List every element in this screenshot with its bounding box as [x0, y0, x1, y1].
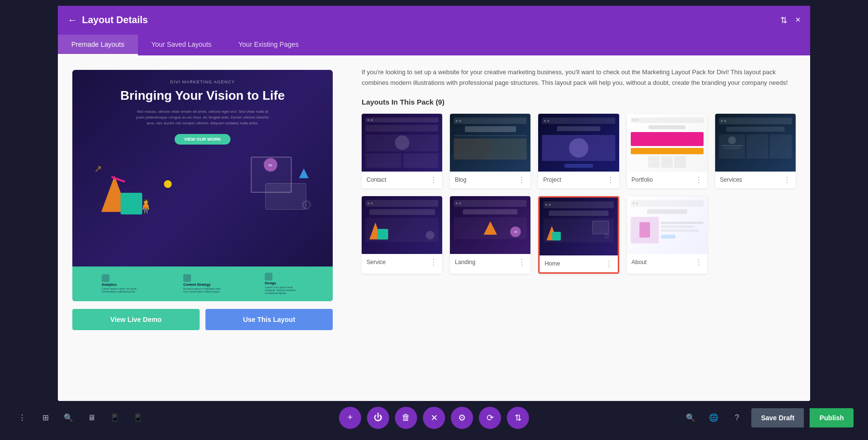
- preview-illustration: ⚙ ↗ ∞ 🧍: [82, 154, 323, 251]
- help-icon[interactable]: ?: [728, 409, 746, 427]
- settings-button[interactable]: ⚙: [451, 407, 473, 429]
- layout-footer-blog: Blog ⋮: [450, 172, 530, 188]
- toolbar-tablet-icon[interactable]: 📱: [107, 410, 122, 426]
- toolbar-search-icon[interactable]: 🔍: [61, 410, 76, 426]
- modal-body: DIVI MARKETING AGENCY Bringing Your Visi…: [58, 55, 810, 401]
- bottom-toolbar: ⋮ ⊞ 🔍 🖥 📱 📱 + ⏻ 🗑 ✕ ⚙ ⟳ ⇅ 🔍 🌐 ? Save Dra…: [0, 401, 868, 435]
- modal-title: Layout Details: [82, 14, 148, 26]
- compare-button[interactable]: ⇅: [507, 407, 529, 429]
- layout-thumb-portfolio: [627, 114, 707, 172]
- preview-image: DIVI MARKETING AGENCY Bringing Your Visi…: [72, 70, 333, 301]
- layout-name-project: Project: [543, 176, 561, 183]
- content-icon: [183, 274, 191, 282]
- content-title: Content Strategy: [183, 283, 210, 286]
- layout-menu-portfolio[interactable]: ⋮: [695, 175, 703, 185]
- preview-badge: DIVI MARKETING AGENCY: [170, 80, 235, 84]
- design-title: Design: [265, 281, 276, 285]
- layout-footer-portfolio: Portfolio ⋮: [627, 172, 707, 188]
- layout-card-home[interactable]: ⚙ Home ⋮: [538, 196, 619, 274]
- layout-name-services: Services: [720, 176, 742, 183]
- layout-footer-services: Services ⋮: [715, 172, 796, 188]
- pack-title: Layouts In This Pack (9): [362, 98, 796, 106]
- layout-footer-landing: Landing ⋮: [450, 254, 530, 271]
- layout-menu-contact[interactable]: ⋮: [430, 175, 437, 185]
- layout-card-blog[interactable]: Blog ⋮: [450, 114, 530, 188]
- layouts-grid: Contact ⋮: [362, 114, 796, 274]
- preview-cta[interactable]: VIEW OUR WORK: [175, 134, 231, 145]
- preview-title: Bringing Your Vision to Life: [121, 88, 285, 103]
- sort-icon[interactable]: ⇅: [780, 15, 787, 26]
- bottom-item-analytics: Analytics Lorem ipsum dolor sit amet con…: [102, 274, 140, 293]
- layout-menu-project[interactable]: ⋮: [607, 175, 614, 185]
- preview-actions: View Live Demo Use This Layout: [72, 309, 333, 330]
- layout-card-services[interactable]: Services ⋮: [715, 114, 796, 188]
- header-left: ← Layout Details: [68, 14, 148, 26]
- bottom-item-design: Design Lorem non quam erat volutpat. Mau…: [265, 273, 303, 294]
- trash-button[interactable]: 🗑: [395, 407, 417, 429]
- view-demo-button[interactable]: View Live Demo: [72, 309, 200, 330]
- gear-icon: ⚙: [300, 197, 312, 213]
- layout-name-contact: Contact: [366, 176, 386, 183]
- publish-button[interactable]: Publish: [810, 408, 854, 427]
- tab-saved[interactable]: Your Saved Layouts: [138, 35, 225, 55]
- layout-menu-home[interactable]: ⋮: [605, 259, 613, 268]
- close-button[interactable]: ✕: [423, 407, 445, 429]
- layout-thumb-services: [715, 114, 796, 172]
- layout-menu-about[interactable]: ⋮: [695, 258, 703, 267]
- close-icon[interactable]: ×: [795, 15, 800, 25]
- layout-thumb-service: [362, 196, 442, 254]
- preview-subtitle: Nisi massa, ultrices vitae ornare sit am…: [135, 109, 270, 126]
- layout-card-portfolio[interactable]: Portfolio ⋮: [627, 114, 707, 188]
- tab-existing[interactable]: Your Existing Pages: [225, 35, 312, 55]
- toolbar-mobile-icon[interactable]: 📱: [130, 410, 146, 426]
- layout-footer-about: About ⋮: [627, 254, 707, 271]
- toolbar-center: + ⏻ 🗑 ✕ ⚙ ⟳ ⇅: [339, 407, 529, 429]
- dot-yellow: [164, 180, 172, 188]
- layout-thumb-blog: [450, 114, 530, 172]
- global-icon[interactable]: 🌐: [705, 409, 722, 427]
- right-panel: If you're looking to set up a website fo…: [347, 55, 810, 401]
- layout-details-modal: ← Layout Details ⇅ × Premade Layouts You…: [58, 6, 810, 401]
- layout-menu-landing[interactable]: ⋮: [518, 258, 526, 267]
- preview-bottom-bar: Analytics Lorem ipsum dolor sit amet con…: [72, 267, 333, 301]
- toolbar-menu-icon[interactable]: ⋮: [14, 410, 30, 426]
- layout-card-project[interactable]: Project ⋮: [538, 114, 619, 188]
- layout-card-service[interactable]: Service ⋮: [362, 196, 442, 274]
- layout-thumb-project: [538, 114, 619, 172]
- figure-icon: 🧍: [137, 199, 154, 214]
- arrow-icon: ↗: [94, 163, 102, 174]
- search-right-icon[interactable]: 🔍: [682, 409, 699, 427]
- layout-name-about: About: [632, 259, 647, 266]
- save-draft-button[interactable]: Save Draft: [751, 408, 804, 427]
- use-layout-button[interactable]: Use This Layout: [205, 309, 333, 330]
- toolbar-right: 🔍 🌐 ? Save Draft Publish: [682, 408, 854, 427]
- bottom-item-content: Content Strategy Donque ipsum vulputate …: [183, 274, 222, 293]
- layout-footer-home: Home ⋮: [540, 255, 617, 272]
- layout-footer-contact: Contact ⋮: [362, 172, 442, 188]
- toolbar-grid-icon[interactable]: ⊞: [38, 410, 53, 426]
- content-text: Donque ipsum vulputate velit non consect…: [183, 287, 222, 293]
- power-button[interactable]: ⏻: [367, 407, 389, 429]
- description-text: If you're looking to set up a website fo…: [362, 67, 796, 88]
- layout-menu-services[interactable]: ⋮: [783, 175, 791, 185]
- layout-menu-blog[interactable]: ⋮: [518, 175, 526, 185]
- layout-card-landing[interactable]: ∞ Landing ⋮: [450, 196, 530, 274]
- layout-footer-project: Project ⋮: [538, 172, 619, 188]
- toolbar-left: ⋮ ⊞ 🔍 🖥 📱 📱: [14, 410, 146, 426]
- layout-card-about[interactable]: About ⋮: [627, 196, 707, 274]
- tab-premade[interactable]: Premade Layouts: [58, 35, 138, 55]
- back-button[interactable]: ←: [68, 14, 77, 26]
- layout-card-contact[interactable]: Contact ⋮: [362, 114, 442, 188]
- layout-thumb-landing: ∞: [450, 196, 530, 254]
- analytics-title: Analytics: [102, 283, 117, 286]
- shape-blue-tri: [299, 169, 309, 178]
- toolbar-desktop-icon[interactable]: 🖥: [84, 410, 99, 426]
- layout-menu-service[interactable]: ⋮: [430, 258, 437, 267]
- layout-thumb-home: ⚙: [540, 198, 617, 255]
- layout-name-home: Home: [544, 260, 560, 267]
- add-button[interactable]: +: [339, 407, 361, 429]
- design-icon: [265, 273, 272, 280]
- tabs-bar: Premade Layouts Your Saved Layouts Your …: [58, 35, 810, 55]
- history-button[interactable]: ⟳: [479, 407, 501, 429]
- layout-thumb-about: [627, 196, 707, 254]
